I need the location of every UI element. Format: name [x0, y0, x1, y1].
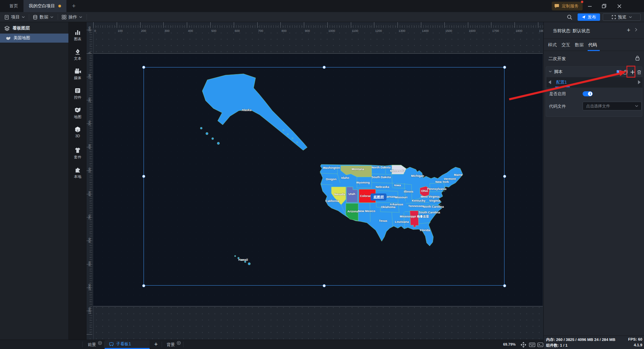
v-ruler-number: 1100: [88, 304, 91, 317]
script-copy-button[interactable]: [623, 69, 628, 75]
widget-media-label: 媒体: [69, 76, 87, 81]
menu-operations[interactable]: 操作: [62, 12, 82, 22]
menu-operations-label: 操作: [68, 14, 77, 20]
menu-data[interactable]: 数据: [33, 12, 53, 22]
code-file-select[interactable]: 点击选择文件: [583, 102, 642, 110]
secondary-dev-section: 二次开发: [544, 51, 644, 66]
console-button[interactable]: [537, 341, 544, 348]
components-value: 1 / 1: [560, 343, 568, 347]
map-icon: [74, 107, 82, 113]
add-subboard-button[interactable]: +: [152, 340, 160, 349]
script-section: 脚本 配置1 是否启用: [546, 66, 642, 117]
widget-local[interactable]: 本地: [69, 166, 87, 179]
search-button[interactable]: [567, 14, 573, 20]
tab-style[interactable]: 样式: [548, 42, 557, 48]
widget-control[interactable]: 控件: [69, 87, 87, 100]
selection-handle-n[interactable]: [323, 66, 326, 69]
current-state-row: 当前状态: 默认状态 +: [544, 22, 644, 39]
document-icon: [4, 15, 9, 20]
selection-handle-s[interactable]: [323, 284, 326, 287]
config-prev-arrow[interactable]: [548, 80, 551, 84]
maximize-button[interactable]: [600, 2, 608, 10]
v-ruler-number: 300: [88, 116, 91, 130]
menu-separator: [58, 14, 58, 20]
widget-chart[interactable]: 图表: [69, 29, 87, 42]
titlebar: 首页 我的空白项目 + 定制服务: [0, 0, 644, 12]
text-pen-icon: [74, 48, 81, 55]
add-state-button[interactable]: +: [625, 27, 632, 34]
selection-handle-sw[interactable]: [142, 284, 145, 287]
publish-button[interactable]: 发布: [578, 13, 600, 21]
enable-label: 是否启用: [549, 91, 566, 97]
h-ruler-number: 1600: [469, 29, 476, 33]
tab-current-project[interactable]: 我的空白项目: [23, 0, 66, 12]
custom-service-badge[interactable]: 定制服务: [552, 2, 583, 10]
trash-icon: [637, 70, 641, 74]
terminal-icon: [537, 342, 543, 347]
map-layer-icon: [6, 36, 11, 40]
tab-code[interactable]: 代码: [588, 42, 597, 48]
fps-value: 60: [638, 337, 642, 341]
layers-panel: 看板图层 美国地图: [0, 22, 69, 340]
config-tab-underline: [555, 87, 570, 87]
inspector-panel: 当前状态: 默认状态 + 样式 交互 数据 代码 二次开发: [543, 22, 644, 349]
v-ruler-number: -100: [88, 23, 91, 36]
chat-bubble-icon: [554, 3, 559, 9]
selection-handle-ne[interactable]: [503, 66, 506, 69]
background-button[interactable]: 背景: [167, 342, 175, 348]
script-delete-button[interactable]: [636, 69, 642, 75]
subboard-tab[interactable]: 子看板1: [105, 340, 150, 349]
selection-handle-se[interactable]: [503, 284, 506, 287]
control-panel-icon: [74, 87, 81, 94]
enable-toggle[interactable]: [583, 91, 593, 96]
script-template-button[interactable]: [616, 69, 622, 75]
design-canvas[interactable]: WashingtonMontanaNorth DakotaMinnesotaOr…: [87, 22, 543, 340]
code-file-label: 代码文件: [549, 104, 566, 109]
inspector-tabs: 样式 交互 数据 代码: [544, 39, 644, 51]
add-foreground-button[interactable]: [98, 341, 102, 345]
preview-button[interactable]: 预览: [603, 13, 641, 21]
widget-3d[interactable]: 3D: [69, 126, 87, 138]
new-project-tab-button[interactable]: +: [69, 1, 78, 11]
collapse-chevron-icon[interactable]: [549, 70, 552, 72]
h-ruler-number: 200: [141, 29, 146, 33]
tab-data[interactable]: 数据: [575, 42, 584, 48]
script-add-button[interactable]: [630, 69, 635, 75]
menu-separator: [29, 14, 29, 20]
video-camera-icon: [74, 68, 82, 74]
layer-item-us-map[interactable]: 美国地图: [0, 34, 68, 43]
selection-handle-e[interactable]: [503, 175, 506, 178]
fps-label: FPS:: [628, 337, 637, 341]
selection-handle-w[interactable]: [142, 175, 145, 178]
config-tab[interactable]: 配置1: [556, 80, 567, 85]
lock-button[interactable]: [635, 55, 640, 61]
widget-map[interactable]: 地图: [69, 107, 87, 119]
config-next-arrow[interactable]: [638, 80, 641, 84]
selection-handle-nw[interactable]: [142, 66, 145, 69]
add-background-button[interactable]: [177, 341, 181, 345]
widget-media[interactable]: 媒体: [69, 68, 87, 81]
component-selection-box[interactable]: [144, 67, 504, 286]
foreground-button[interactable]: 前景: [88, 342, 96, 348]
widget-kit[interactable]: 套件: [69, 147, 87, 160]
v-ruler-number: 600: [88, 187, 91, 200]
minimize-button[interactable]: [585, 2, 594, 10]
subboard-tab-label: 子看板1: [116, 341, 131, 347]
h-ruler-number: 800: [281, 29, 286, 33]
keyboard-shortcuts-button[interactable]: [529, 341, 535, 348]
tab-interaction[interactable]: 交互: [561, 42, 570, 48]
v-ruler-number: 0: [88, 46, 91, 60]
h-ruler-number: 500: [211, 29, 216, 33]
menu-project[interactable]: 项目: [4, 12, 25, 22]
state-expand-button[interactable]: [635, 28, 637, 32]
fit-screen-button[interactable]: [520, 341, 527, 348]
shirt-icon: [74, 147, 81, 154]
widget-text[interactable]: 文本: [69, 48, 87, 61]
close-button[interactable]: [615, 2, 624, 10]
bottombar: 前景 子看板1 + 背景 69.79%: [0, 340, 543, 349]
widget-kit-label: 套件: [69, 155, 87, 160]
memory-label: 内存:: [546, 338, 555, 342]
send-icon: [582, 15, 586, 19]
widget-3d-label: 3D: [69, 134, 87, 138]
zoom-level: 69.79%: [503, 342, 516, 346]
